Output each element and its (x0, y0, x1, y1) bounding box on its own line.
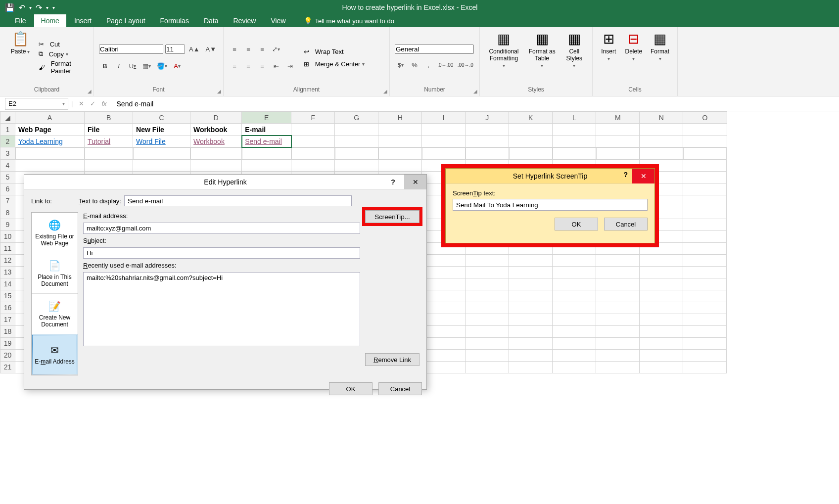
align-bottom-button[interactable]: ≡ (256, 44, 268, 55)
number-format-select[interactable] (395, 45, 474, 54)
row-header[interactable]: 10 (0, 230, 15, 242)
redo-icon[interactable]: ↷ (36, 3, 42, 12)
col-K[interactable]: K (509, 112, 553, 124)
fx-icon[interactable]: fx (101, 100, 106, 107)
decrease-decimal-button[interactable]: .00→.0 (457, 59, 475, 71)
cell[interactable] (553, 349, 596, 361)
cell[interactable] (509, 314, 553, 325)
tab-review[interactable]: Review (227, 14, 263, 27)
cell[interactable] (335, 124, 378, 136)
help-icon[interactable]: ? (623, 171, 628, 179)
cell[interactable]: Workbook (190, 124, 242, 136)
screentip-text-input[interactable] (453, 199, 648, 211)
cell[interactable] (553, 266, 596, 278)
decrease-indent-button[interactable]: ⇤ (270, 60, 282, 72)
cell[interactable] (509, 302, 553, 314)
cell[interactable] (509, 349, 553, 361)
link-to-place-in-document[interactable]: 📄Place in This Document (32, 253, 78, 294)
cell[interactable] (422, 124, 466, 136)
delete-cells-button[interactable]: ⊟Delete (623, 30, 645, 85)
cell[interactable] (683, 361, 727, 373)
cell[interactable]: Tutorial (85, 136, 133, 147)
cell[interactable] (553, 278, 596, 290)
cell[interactable] (466, 325, 509, 337)
col-D[interactable]: D (190, 112, 242, 124)
col-E[interactable]: E (242, 112, 291, 124)
screentip-ok-button[interactable]: OK (555, 218, 598, 230)
cell[interactable] (509, 254, 553, 266)
align-center-button[interactable]: ≡ (242, 60, 254, 72)
cell[interactable] (85, 159, 133, 171)
col-H[interactable]: H (378, 112, 422, 124)
cell[interactable] (335, 159, 378, 171)
cell[interactable] (466, 242, 509, 254)
cell[interactable] (683, 230, 727, 242)
increase-indent-button[interactable]: ⇥ (284, 60, 296, 72)
font-launcher-icon[interactable]: ◢ (217, 89, 221, 94)
cell[interactable] (596, 337, 640, 349)
tab-page-layout[interactable]: Page Layout (99, 14, 152, 27)
row-header[interactable]: 19 (0, 337, 15, 349)
col-M[interactable]: M (596, 112, 640, 124)
cell[interactable] (509, 124, 553, 136)
cell[interactable] (640, 290, 683, 302)
bold-button[interactable]: B (99, 60, 111, 72)
cell[interactable] (596, 242, 640, 254)
cell[interactable] (553, 124, 596, 136)
cell[interactable] (596, 254, 640, 266)
cell[interactable] (640, 136, 683, 147)
cell[interactable] (509, 361, 553, 373)
cell[interactable] (422, 361, 466, 373)
row-2-header[interactable]: 2 (0, 136, 15, 147)
row-header[interactable]: 17 (0, 314, 15, 325)
row-header[interactable]: 8 (0, 207, 15, 219)
cell[interactable] (335, 136, 378, 147)
col-B[interactable]: B (85, 112, 133, 124)
cell[interactable] (190, 159, 242, 171)
cell[interactable] (640, 278, 683, 290)
cell[interactable] (596, 314, 640, 325)
cell[interactable] (596, 124, 640, 136)
cell[interactable] (291, 124, 335, 136)
merge-center-button[interactable]: ⊞ Merge & Center (304, 60, 365, 68)
cell[interactable] (466, 361, 509, 373)
font-family-select[interactable] (99, 45, 163, 54)
cell[interactable] (553, 254, 596, 266)
cell[interactable] (683, 290, 727, 302)
col-J[interactable]: J (466, 112, 509, 124)
fill-color-button[interactable]: 🪣 (155, 60, 169, 72)
cell[interactable] (596, 361, 640, 373)
screentip-titlebar[interactable]: Set Hyperlink ScreenTip ? ✕ (446, 169, 654, 183)
cell[interactable] (683, 242, 727, 254)
close-icon[interactable]: ✕ (404, 175, 426, 189)
cell[interactable]: New File (133, 124, 190, 136)
cell[interactable] (683, 314, 727, 325)
cell[interactable] (422, 302, 466, 314)
cell[interactable] (15, 159, 85, 171)
cell[interactable] (640, 124, 683, 136)
cell[interactable]: E-mail (242, 124, 291, 136)
cell[interactable] (640, 314, 683, 325)
name-box[interactable]: E2 ▾ (5, 98, 68, 110)
redo-dropdown-icon[interactable]: ▾ (46, 5, 48, 10)
cell[interactable] (683, 266, 727, 278)
align-top-button[interactable]: ≡ (229, 44, 240, 55)
cell[interactable] (640, 254, 683, 266)
row-header[interactable]: 7 (0, 195, 15, 207)
cell[interactable] (509, 136, 553, 147)
cell[interactable] (640, 242, 683, 254)
cell[interactable] (683, 171, 727, 183)
row-header[interactable]: 9 (0, 219, 15, 230)
tab-formulas[interactable]: Formulas (153, 14, 196, 27)
cell[interactable] (422, 254, 466, 266)
qat-customize-icon[interactable]: ▾ (52, 5, 55, 10)
cell[interactable] (596, 266, 640, 278)
cell[interactable] (683, 124, 727, 136)
cell[interactable] (683, 337, 727, 349)
cell[interactable] (509, 337, 553, 349)
col-I[interactable]: I (422, 112, 466, 124)
cell[interactable] (640, 349, 683, 361)
cell[interactable] (466, 314, 509, 325)
row-header[interactable]: 5 (0, 171, 15, 183)
col-L[interactable]: L (553, 112, 596, 124)
